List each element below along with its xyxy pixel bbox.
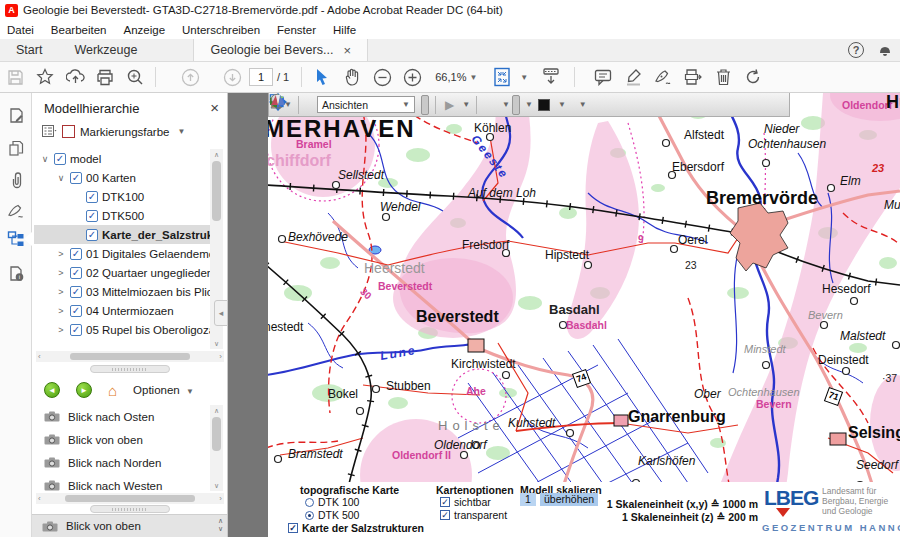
salt-map-checkbox[interactable]: ✓Karte der Salzstrukturen xyxy=(288,522,424,534)
tree-item-Karte_der_Salzstrukturen[interactable]: ✓Karte_der_Salzstrukturen xyxy=(34,225,210,244)
attachments-panel-icon[interactable] xyxy=(6,170,26,190)
tree-expander-icon[interactable]: ∨ xyxy=(56,173,66,183)
view-item[interactable]: Blick von oben xyxy=(36,428,208,451)
next-page-button[interactable] xyxy=(217,64,247,90)
bell-icon[interactable] xyxy=(878,43,892,57)
tree-item-01 Digitales Gelaendemodell[interactable]: >✓01 Digitales Gelaendemodell xyxy=(34,244,210,263)
view-spinner[interactable]: ∧∨ xyxy=(218,517,223,533)
close-icon[interactable]: × xyxy=(343,43,351,58)
views-vertical-scrollbar[interactable]: ∧ ∨ xyxy=(210,405,223,491)
tree-checkbox[interactable]: ✓ xyxy=(70,248,82,260)
tree-checkbox[interactable]: ✓ xyxy=(54,153,66,165)
scale-value-input[interactable]: 1 xyxy=(520,493,536,506)
delete-pages-button[interactable] xyxy=(708,64,738,90)
tree-item-02 Quartaer ungegliedert[interactable]: >✓02 Quartaer ungegliedert xyxy=(34,263,210,282)
export-pdf-button[interactable] xyxy=(678,64,708,90)
play-animation-button[interactable]: ▶ xyxy=(442,95,457,115)
marker-color-label[interactable]: Markierungsfarbe xyxy=(80,126,169,138)
tree-item-05 Rupel bis Oberoligozaen[interactable]: >✓05 Rupel bis Oberoligozaen xyxy=(34,320,210,339)
tab-document[interactable]: Geologie bei Bevers... × xyxy=(193,39,368,61)
sign-button[interactable] xyxy=(648,64,678,90)
scroll-up-icon[interactable]: ∧ xyxy=(210,405,223,416)
scroll-left-icon[interactable]: ‹ xyxy=(38,352,41,361)
visible-checkbox[interactable]: ✓sichtbar xyxy=(440,496,491,508)
zoom-caret-icon[interactable]: ▼ xyxy=(469,73,477,82)
previous-page-button[interactable] xyxy=(175,64,205,90)
tree-item-04 Untermiozaen[interactable]: >✓04 Untermiozaen xyxy=(34,301,210,320)
views-dropdown[interactable]: Ansichten▼ xyxy=(317,96,415,113)
tree-checkbox[interactable]: ✓ xyxy=(70,324,82,336)
previous-view-button[interactable]: ◄ xyxy=(44,382,60,398)
tree-item-model[interactable]: ∨✓model xyxy=(34,149,210,168)
zoom-level-value[interactable]: 66,1% xyxy=(435,71,466,83)
scrollbar-thumb[interactable] xyxy=(212,417,221,451)
tree-checkbox[interactable]: ✓ xyxy=(86,191,98,203)
page-thumbnails-panel-icon[interactable] xyxy=(6,138,26,158)
chevron-down-icon[interactable]: ▼ xyxy=(502,100,510,109)
pdf-3d-map[interactable]: MERHAVENBramelchiffdorfKöhlenSellstedtGe… xyxy=(268,93,900,537)
scroll-left-icon[interactable]: ‹ xyxy=(38,494,41,503)
home-view-icon[interactable]: ⌂ xyxy=(108,383,117,398)
extra-options-cube-button[interactable] xyxy=(491,95,497,115)
tab-start[interactable]: Start xyxy=(0,39,58,61)
model-tree-panel-icon[interactable] xyxy=(6,229,26,249)
tab-werkzeuge[interactable]: Werkzeuge xyxy=(58,39,153,61)
scroll-right-icon[interactable]: › xyxy=(219,494,222,503)
tree-item-00 Karten[interactable]: ∨✓00 Karten xyxy=(34,168,210,187)
model-tree-toggle-button[interactable] xyxy=(421,95,429,115)
comment-button[interactable] xyxy=(588,64,618,90)
save-button[interactable] xyxy=(0,64,30,90)
tree-checkbox[interactable]: ✓ xyxy=(86,229,98,241)
menu-item[interactable]: Datei xyxy=(7,24,34,36)
export-sign-panel-icon[interactable] xyxy=(6,105,26,125)
transparent-checkbox[interactable]: ✓transparent xyxy=(440,509,507,521)
tree-checkbox[interactable]: ✓ xyxy=(70,286,82,298)
panel-splitter-handle[interactable] xyxy=(90,505,170,513)
panel-splitter-handle[interactable] xyxy=(90,365,170,373)
scroll-down-icon[interactable]: ∨ xyxy=(210,480,223,491)
select-tool-button[interactable] xyxy=(307,64,337,90)
fit-caret-icon[interactable]: ▼ xyxy=(520,73,528,82)
scroll-up-icon[interactable]: ∧ xyxy=(210,149,223,160)
collapse-panel-button[interactable]: ◂ xyxy=(214,300,228,326)
chevron-down-icon[interactable]: ▼ xyxy=(525,100,533,109)
background-color-button[interactable] xyxy=(535,95,553,115)
share-cloud-button[interactable] xyxy=(60,64,90,90)
tree-options-icon[interactable] xyxy=(42,125,57,138)
highlight-button[interactable] xyxy=(618,64,648,90)
current-view-bar[interactable]: Blick von oben ∧∨ xyxy=(32,514,227,537)
chevron-down-icon[interactable]: ▼ xyxy=(579,100,587,109)
tree-item-03 Mittelmiozaen bis Pliozae[interactable]: >✓03 Mittelmiozaen bis Pliozae xyxy=(34,282,210,301)
tree-checkbox[interactable]: ✓ xyxy=(70,172,82,184)
fit-page-button[interactable] xyxy=(487,64,517,90)
scroll-down-icon[interactable]: ∨ xyxy=(210,338,223,349)
tree-horizontal-scrollbar[interactable]: ‹› xyxy=(36,351,224,362)
zoom-out-button[interactable] xyxy=(367,64,397,90)
scrollbar-thumb[interactable] xyxy=(212,161,221,221)
menu-item[interactable]: Bearbeiten xyxy=(51,24,107,36)
tree-checkbox[interactable]: ✓ xyxy=(70,267,82,279)
close-icon[interactable]: × xyxy=(210,99,219,116)
radio-dtk500[interactable]: DTK 500 xyxy=(305,509,359,521)
document-properties-panel-icon[interactable]: i xyxy=(6,263,26,283)
menu-item[interactable]: Unterschreiben xyxy=(182,24,260,36)
chevron-down-icon[interactable]: ▼ xyxy=(177,127,185,136)
tree-expander-icon[interactable]: > xyxy=(56,249,66,259)
marker-color-swatch[interactable] xyxy=(62,125,75,138)
tree-expander-icon[interactable]: > xyxy=(56,306,66,316)
scroll-right-icon[interactable]: › xyxy=(219,352,222,361)
view-item[interactable]: Blick nach Westen xyxy=(36,474,208,493)
radio-dtk100[interactable]: DTK 100 xyxy=(305,496,359,508)
chevron-down-icon[interactable]: ▼ xyxy=(558,100,566,109)
chevron-down-icon[interactable]: ▼ xyxy=(462,100,470,109)
tree-expander-icon[interactable]: ∨ xyxy=(40,154,50,164)
lighting-button[interactable] xyxy=(512,95,520,115)
tree-expander-icon[interactable]: > xyxy=(56,268,66,278)
tree-item-DTK100[interactable]: ✓DTK100 xyxy=(34,187,210,206)
menu-item[interactable]: Anzeige xyxy=(123,24,165,36)
tree-item-DTK500[interactable]: ✓DTK500 xyxy=(34,206,210,225)
render-mode-button[interactable] xyxy=(483,95,489,115)
tree-checkbox[interactable]: ✓ xyxy=(70,305,82,317)
print-button[interactable] xyxy=(90,64,120,90)
default-view-home-button[interactable] xyxy=(305,95,311,115)
